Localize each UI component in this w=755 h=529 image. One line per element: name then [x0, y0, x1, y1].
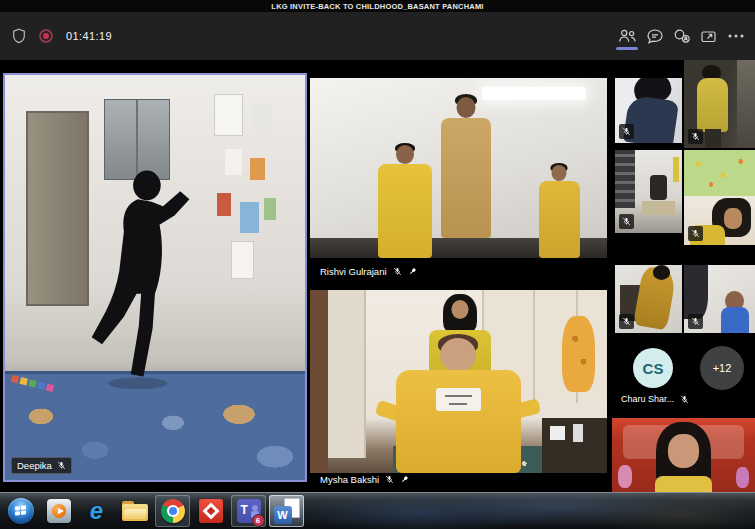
- toolbar-left-group: 01:41:19: [12, 12, 112, 60]
- word-button[interactable]: W: [269, 495, 304, 527]
- figure-girl: [539, 163, 581, 258]
- participant-thumbnail-7[interactable]: [612, 418, 755, 492]
- rishvi-video: [310, 78, 607, 258]
- deepika-video: [5, 75, 305, 480]
- mysha-video: [310, 290, 607, 473]
- meeting-title: LKG INVITE-BACK TO CHILDHOOD_BASANT PANC…: [271, 2, 483, 11]
- video-tile-rishvi[interactable]: Rishvi Gulrajani: [310, 60, 607, 285]
- video-stage: Deepika: [0, 60, 755, 492]
- more-options-button[interactable]: [722, 21, 749, 51]
- red-diamond-icon: [199, 499, 223, 523]
- overflow-participants-badge[interactable]: +12: [700, 346, 744, 390]
- video-tile-deepika[interactable]: Deepika: [3, 73, 307, 482]
- pinned-icon: [408, 267, 417, 276]
- window-titlebar: LKG INVITE-BACK TO CHILDHOOD_BASANT PANC…: [0, 0, 755, 12]
- giraffe-plush: [562, 316, 595, 393]
- mic-muted-icon: [385, 475, 394, 484]
- participant-thumbnail-1[interactable]: [615, 78, 682, 143]
- participant-name: Mysha Bakshi: [320, 474, 379, 485]
- chrome-button[interactable]: [155, 495, 190, 527]
- mic-muted-icon: [688, 129, 703, 144]
- meeting-timer: 01:41:19: [66, 30, 112, 42]
- participant-name: Deepika: [17, 460, 52, 471]
- mic-muted-icon: [680, 395, 689, 404]
- share-content-icon: [700, 29, 717, 44]
- recording-indicator-icon: [38, 28, 54, 44]
- teams-badge: 6: [252, 514, 265, 527]
- windows-orb-icon: [8, 498, 34, 524]
- mic-muted-icon: [57, 461, 66, 470]
- mic-muted-icon: [688, 314, 703, 329]
- more-options-icon: [727, 33, 745, 39]
- pinned-icon: [400, 475, 409, 484]
- chrome-icon: [161, 499, 185, 523]
- figure-boy: [378, 143, 431, 258]
- word-icon: W: [274, 498, 300, 524]
- chat-icon: [646, 28, 664, 44]
- chat-button[interactable]: [641, 21, 668, 51]
- mic-muted-icon: [619, 124, 634, 139]
- security-shield-icon: [12, 28, 26, 44]
- avatar-initials: CS: [643, 360, 664, 377]
- tube-light: [482, 87, 586, 100]
- mic-muted-icon: [688, 226, 703, 241]
- video-tile-mysha[interactable]: Mysha Bakshi: [310, 290, 607, 487]
- participants-icon: [617, 28, 638, 44]
- media-player-icon: [47, 499, 71, 523]
- door: [328, 290, 367, 458]
- participants-button[interactable]: [614, 21, 641, 51]
- participant-thumbnail-5[interactable]: [615, 265, 682, 333]
- dancer-silhouette: [71, 152, 209, 403]
- breakout-rooms-icon: [672, 28, 691, 44]
- figure-man: [441, 94, 491, 238]
- file-explorer-button[interactable]: [117, 495, 152, 527]
- participant-name: Rishvi Gulrajani: [320, 266, 387, 277]
- participant-thumbnail-3[interactable]: [615, 150, 682, 233]
- folder-icon: [122, 501, 148, 521]
- overflow-count: +12: [713, 362, 732, 374]
- internet-explorer-icon: e: [90, 499, 103, 523]
- participant-thumbnail-4[interactable]: [684, 150, 755, 245]
- teams-button[interactable]: T 6: [231, 495, 266, 527]
- share-content-button[interactable]: [695, 21, 722, 51]
- participant-avatar-cs[interactable]: CS: [633, 348, 673, 388]
- toolbar-right-group: [614, 12, 749, 60]
- mic-muted-icon: [619, 214, 634, 229]
- breakout-rooms-button[interactable]: [668, 21, 695, 51]
- participant-thumbnail-2[interactable]: [684, 60, 755, 148]
- mic-muted-icon: [393, 267, 402, 276]
- deepika-name-row: Deepika: [11, 457, 72, 474]
- figure-toddler: [396, 334, 521, 473]
- teams-icon: T 6: [237, 499, 261, 523]
- internet-explorer-button[interactable]: e: [79, 495, 114, 527]
- active-tab-underline: [616, 47, 638, 50]
- mic-muted-icon: [619, 314, 634, 329]
- media-player-button[interactable]: [41, 495, 76, 527]
- participant-name: Charu Shar...: [621, 394, 674, 404]
- meeting-toolbar: 01:41:19: [0, 12, 755, 60]
- start-button[interactable]: [3, 495, 38, 527]
- wall-artwork: [209, 95, 287, 318]
- mysha-name-row: Mysha Bakshi: [320, 474, 409, 485]
- participant-thumbnail-6[interactable]: [684, 265, 755, 333]
- windows-taskbar: e T: [0, 492, 755, 529]
- quick-launch-app-button[interactable]: [193, 495, 228, 527]
- dresser: [542, 418, 607, 473]
- cs-name-row: Charu Shar...: [617, 394, 693, 404]
- door-frame: [310, 290, 328, 473]
- rishvi-name-row: Rishvi Gulrajani: [320, 266, 417, 277]
